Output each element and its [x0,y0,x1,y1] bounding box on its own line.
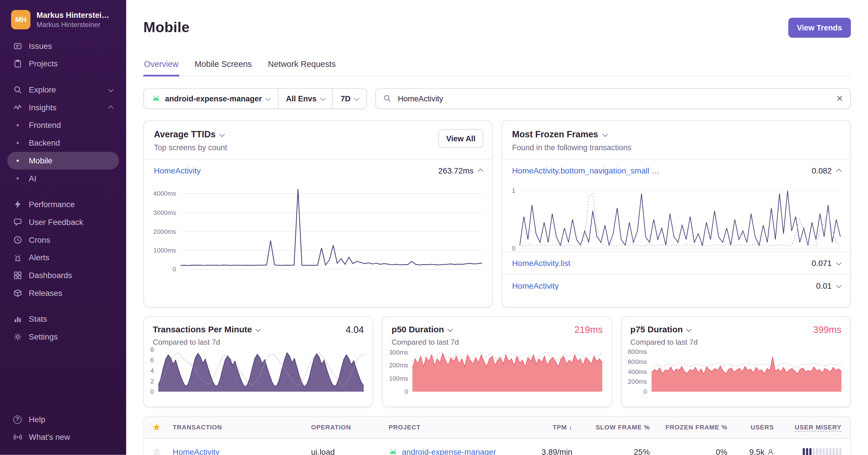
y-axis: 02468 [146,349,158,392]
sidebar-item-mobile[interactable]: Mobile [7,152,119,169]
user-menu[interactable]: MH Markus Hintersteiner Markus Hinterste… [0,8,126,37]
chevron-down-icon [109,88,113,92]
sidebar-item-frontend[interactable]: Frontend [7,116,119,134]
sidebar-item-crons[interactable]: Crons [7,231,119,249]
col-project[interactable]: PROJECT [389,424,527,431]
sidebar-item-explore[interactable]: Explore [7,81,119,99]
transaction-link[interactable]: HomeActivity.bottom_navigation_small … [512,166,660,175]
tab-overview[interactable]: Overview [143,54,179,77]
sidebar-item-backend[interactable]: Backend [7,134,119,152]
star-icon[interactable]: ★ [153,422,173,432]
card-subtitle: Compared to last 7d [621,336,850,346]
filter-bar: android-expense-manager All Envs 7D ✕ [143,88,851,109]
table-row: ☆ HomeActivity ui.load android-expense-m… [144,438,850,455]
p75-duration-card: p75 Duration 399ms Compared to last 7d 0… [621,316,851,407]
slow-frame-cell: 25% [572,448,650,455]
clear-search-icon[interactable]: ✕ [836,94,843,103]
chevron-down-icon [354,95,360,100]
col-operation[interactable]: OPERATION [311,424,389,431]
chevron-down-icon [836,260,841,265]
stat-value: 219ms [575,324,602,336]
card-title[interactable]: Average TTIDs [154,130,482,140]
card-subtitle: Top screens by count [154,143,482,152]
android-icon [389,448,398,455]
issues-icon [12,41,22,51]
sidebar-item-releases[interactable]: Releases [7,284,119,302]
stat-value: 399ms [813,324,841,336]
transaction-link[interactable]: HomeActivity [173,448,311,455]
col-slow-frame[interactable]: SLOW FRAME % [572,424,650,431]
sidebar-item-ai[interactable]: AI [7,169,119,187]
sidebar-item-alerts[interactable]: Alerts [7,249,119,266]
sidebar-item-user-feedback[interactable]: User Feedback [7,213,119,231]
card-title[interactable]: Most Frozen Frames [512,130,840,140]
card-title[interactable]: Transactions Per Minute [153,324,260,335]
card-subtitle: Compared to last 7d [383,336,611,346]
chevron-down-icon [687,326,692,332]
package-icon [12,288,22,298]
row-value[interactable]: 0.082 [812,166,840,175]
sidebar-item-dashboards[interactable]: Dashboards [7,266,119,284]
environment-selector[interactable]: All Envs [278,88,332,108]
bar-chart-icon [12,314,22,324]
card-title[interactable]: p50 Duration [392,324,452,335]
y-axis: 0200ms400ms600ms800ms [624,349,651,392]
date-range-selector[interactable]: 7D [332,88,366,108]
card-header: p50 Duration 219ms [383,317,611,336]
project-cell[interactable]: android-expense-manager [389,448,527,455]
tab-mobile-screens[interactable]: Mobile Screens [194,54,252,77]
chevron-up-icon [836,169,841,174]
row-value[interactable]: 0.01 [816,281,840,290]
search-bar[interactable]: ✕ [375,88,851,109]
sidebar-item-help[interactable]: ? Help [7,411,119,429]
bullet-icon [12,174,22,183]
sidebar-item-performance[interactable]: Performance [7,196,119,214]
sidebar-item-insights[interactable]: Insights [7,98,119,116]
page-title: Mobile [143,19,189,36]
row-value[interactable]: 263.72ms [438,166,482,175]
most-frozen-frames-card: Most Frozen Frames Found in the followin… [501,120,851,307]
siren-icon [12,253,22,262]
view-all-button[interactable]: View All [439,129,484,148]
transaction-link[interactable]: HomeActivity [512,281,559,290]
bullet-icon [12,138,22,148]
ttid-row-homeactivity: HomeActivity 263.72ms [144,159,492,181]
chevron-down-icon [266,95,271,100]
sidebar-item-issues[interactable]: Issues [7,37,119,55]
frozen-row-1: HomeActivity.list 0.071 [502,251,850,274]
sidebar-item-settings[interactable]: Settings [7,328,119,346]
row-value[interactable]: 0.071 [812,258,840,267]
transactions-table: ★ TRANSACTION OPERATION PROJECT TPM ↓ SL… [143,416,851,455]
speech-bubble-icon [12,218,22,227]
frozen-row-0: HomeActivity.bottom_navigation_small … 0… [502,159,850,181]
area-chart [158,349,364,392]
card-title[interactable]: p75 Duration [630,324,691,335]
col-users[interactable]: USERS [727,424,774,431]
sidebar-item-whats-new[interactable]: What's new [7,429,119,446]
search-input[interactable] [397,94,830,104]
average-ttids-card: Average TTIDs Top screens by count View … [143,120,493,307]
search-icon [12,85,22,94]
sidebar-item-stats[interactable]: Stats [7,310,119,328]
transaction-link[interactable]: HomeActivity.list [512,258,570,267]
col-user-misery[interactable]: USER MISERY [774,424,841,431]
col-tpm[interactable]: TPM ↓ [527,424,572,431]
star-outline-icon[interactable]: ☆ [153,447,173,455]
tab-bar: Overview Mobile Screens Network Requests [143,54,851,77]
broadcast-icon [12,433,22,442]
card-header: Most Frozen Frames Found in the followin… [502,121,850,159]
y-axis: 0100ms200ms300ms [385,349,412,392]
transaction-link[interactable]: HomeActivity [154,166,200,175]
frozen-frame-cell: 0% [650,448,727,455]
view-trends-button[interactable]: View Trends [788,18,851,38]
tpm-chart: 02468 [144,346,373,398]
col-transaction[interactable]: TRANSACTION [173,424,311,431]
bullet-icon [12,156,22,166]
col-frozen-frame[interactable]: FROZEN FRAME % [650,424,727,431]
tab-network-requests[interactable]: Network Requests [267,54,336,77]
page-header: Mobile View Trends [143,0,851,46]
sidebar-item-projects[interactable]: Projects [7,55,119,73]
project-selector[interactable]: android-expense-manager [144,88,278,108]
user-name: Markus Hintersteiner [36,11,113,20]
gear-icon [12,332,22,342]
